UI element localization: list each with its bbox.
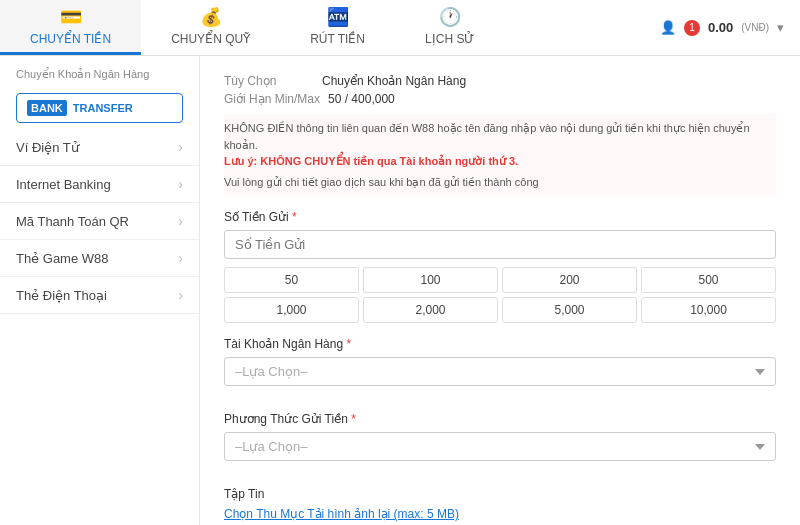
chuyen-tien-icon: 💳 <box>60 6 82 28</box>
so-tien-gui-label: Số Tiền Gửi <box>224 210 289 224</box>
sidebar-item-ma-qr[interactable]: Mã Thanh Toán QR › <box>0 203 199 240</box>
sidebar-item-internet-banking[interactable]: Internet Banking › <box>0 166 199 203</box>
nav-chuyen-quy-label: CHUYỂN QUỸ <box>171 32 250 46</box>
nav-bar: 💳 CHUYỂN TIỀN 💰 CHUYỂN QUỸ 🏧 RÚT TIỀN 🕐 … <box>0 0 644 55</box>
amount-10000[interactable]: 10,000 <box>641 297 776 323</box>
amount-1000[interactable]: 1,000 <box>224 297 359 323</box>
bank-sub-label: TRANSFER <box>73 102 133 114</box>
amount-grid: 50 100 200 500 1,000 2,000 5,000 10,000 <box>224 267 776 323</box>
phuong-thuc-label: Phương Thức Gửi Tiền <box>224 412 348 426</box>
content-area: Tùy Chọn Chuyển Khoản Ngân Hàng Giới Hạn… <box>200 56 800 525</box>
tap-tin-section: Tập Tin <box>224 487 776 501</box>
internet-banking-arrow: › <box>178 176 183 192</box>
amount-100[interactable]: 100 <box>363 267 498 293</box>
chevron-down-icon[interactable]: ▾ <box>777 20 784 35</box>
nav-rut-tien[interactable]: 🏧 RÚT TIỀN <box>280 0 395 55</box>
amount-2000[interactable]: 2,000 <box>363 297 498 323</box>
gioi-han-label: Giới Hạn Min/Max <box>224 92 320 106</box>
nav-chuyen-quy[interactable]: 💰 CHUYỂN QUỸ <box>141 0 280 55</box>
header-right: 👤 1 0.00 (VNĐ) ▾ <box>644 20 800 36</box>
sidebar-title: Chuyển Khoản Ngân Hàng <box>0 56 199 87</box>
user-icon: 👤 <box>660 20 676 35</box>
amount-500[interactable]: 500 <box>641 267 776 293</box>
balance-unit: (VNĐ) <box>741 22 769 33</box>
nav-chuyen-tien-label: CHUYỂN TIỀN <box>30 32 111 46</box>
tap-tin-row: Chọn Thu Mục Tải hình ảnh lại (max: 5 MB… <box>224 507 776 525</box>
tuy-chon-label: Tùy Chọn <box>224 74 314 88</box>
tai-khoan-select[interactable]: –Lựa Chọn– <box>224 357 776 386</box>
gioi-han-value: 50 / 400,000 <box>328 92 395 106</box>
file-upload-link[interactable]: Chọn Thu Mục Tải hình ảnh lại (max: 5 MB… <box>224 507 459 521</box>
note-text: Vui lòng gửi chi tiết giao dịch sau khi … <box>224 174 776 191</box>
the-dien-thoai-arrow: › <box>178 287 183 303</box>
bank-transfer-logo[interactable]: BANK TRANSFER <box>16 93 183 123</box>
vi-dien-tu-arrow: › <box>178 139 183 155</box>
so-tien-required: * <box>289 210 297 224</box>
amount-50[interactable]: 50 <box>224 267 359 293</box>
nav-lich-su[interactable]: 🕐 LỊCH SỬ <box>395 0 504 55</box>
lich-su-icon: 🕐 <box>439 6 461 28</box>
tai-khoan-section: Tài Khoản Ngân Hàng * <box>224 337 776 351</box>
so-tien-input[interactable] <box>224 230 776 259</box>
ma-qr-label: Mã Thanh Toán QR <box>16 214 129 229</box>
vi-dien-tu-label: Ví Điện Tử <box>16 140 79 155</box>
tuy-chon-value: Chuyển Khoản Ngân Hàng <box>322 74 466 88</box>
internet-banking-label: Internet Banking <box>16 177 111 192</box>
tap-tin-label: Tập Tin <box>224 487 264 501</box>
ma-qr-arrow: › <box>178 213 183 229</box>
the-game-arrow: › <box>178 250 183 266</box>
sidebar-item-the-game[interactable]: Thẻ Game W88 › <box>0 240 199 277</box>
warning-text1: KHÔNG ĐIỀN thông tin liên quan đến W88 h… <box>224 120 776 153</box>
gioi-han-row: Giới Hạn Min/Max 50 / 400,000 <box>224 92 776 106</box>
header: 💳 CHUYỂN TIỀN 💰 CHUYỂN QUỸ 🏧 RÚT TIỀN 🕐 … <box>0 0 800 56</box>
balance-value: 0.00 <box>708 20 733 35</box>
so-tien-gui-section: Số Tiền Gửi * <box>224 210 776 224</box>
rut-tien-icon: 🏧 <box>327 6 349 28</box>
sidebar: Chuyển Khoản Ngân Hàng BANK TRANSFER Ví … <box>0 56 200 525</box>
warning-box: KHÔNG ĐIỀN thông tin liên quan đến W88 h… <box>224 114 776 196</box>
nav-lich-su-label: LỊCH SỬ <box>425 32 474 46</box>
main-layout: Chuyển Khoản Ngân Hàng BANK TRANSFER Ví … <box>0 56 800 525</box>
bank-icon: BANK <box>27 100 67 116</box>
nav-rut-tien-label: RÚT TIỀN <box>310 32 365 46</box>
notification-count: 1 <box>684 20 700 36</box>
amount-5000[interactable]: 5,000 <box>502 297 637 323</box>
sidebar-item-the-dien-thoai[interactable]: Thẻ Điện Thoại › <box>0 277 199 314</box>
the-game-label: Thẻ Game W88 <box>16 251 109 266</box>
phuong-thuc-section: Phương Thức Gửi Tiền * <box>224 412 776 426</box>
nav-chuyen-tien[interactable]: 💳 CHUYỂN TIỀN <box>0 0 141 55</box>
chuyen-quy-icon: 💰 <box>200 6 222 28</box>
tuy-chon-row: Tùy Chọn Chuyển Khoản Ngân Hàng <box>224 74 776 88</box>
the-dien-thoai-label: Thẻ Điện Thoại <box>16 288 107 303</box>
tai-khoan-label: Tài Khoản Ngân Hàng <box>224 337 343 351</box>
phuong-thuc-select[interactable]: –Lựa Chọn– <box>224 432 776 461</box>
sidebar-item-vi-dien-tu[interactable]: Ví Điện Tử › <box>0 129 199 166</box>
amount-200[interactable]: 200 <box>502 267 637 293</box>
warning-text2: Lưu ý: KHÔNG CHUYỂN tiền qua Tài khoản n… <box>224 153 776 170</box>
